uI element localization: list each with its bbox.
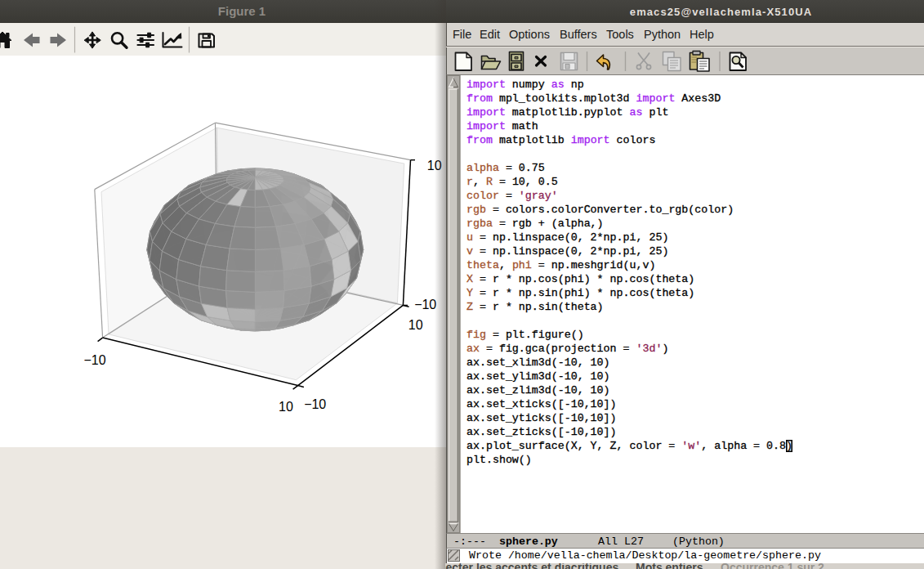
svg-text:10: 10 — [279, 400, 293, 414]
svg-text:−10: −10 — [304, 397, 326, 411]
svg-text:−10: −10 — [414, 298, 436, 311]
svg-text:−10: −10 — [83, 353, 105, 367]
svg-text:10: 10 — [408, 318, 423, 332]
